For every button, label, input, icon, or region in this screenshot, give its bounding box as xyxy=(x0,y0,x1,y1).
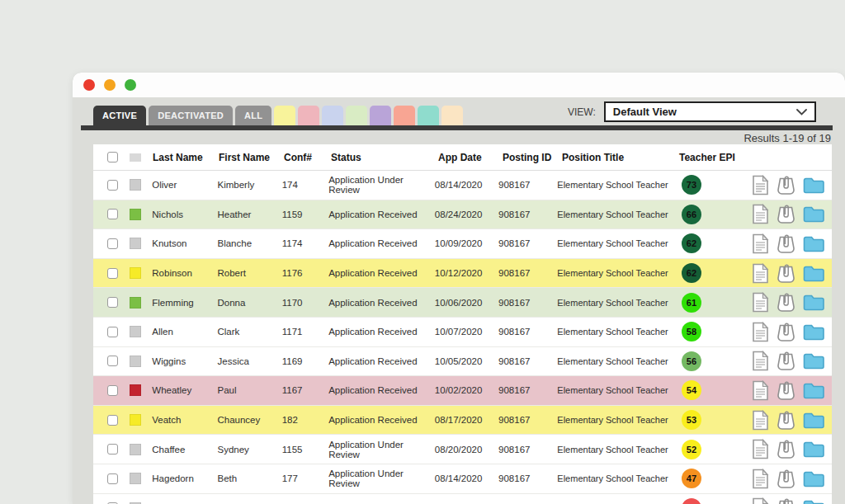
folder-icon[interactable] xyxy=(803,294,825,311)
document-icon[interactable] xyxy=(752,233,769,254)
cell-posting-id: 908167 xyxy=(498,238,557,248)
folder-icon[interactable] xyxy=(803,265,825,282)
header-position-title[interactable]: Position Title xyxy=(562,152,679,163)
row-checkbox[interactable] xyxy=(107,473,118,484)
view-dropdown[interactable]: Default View xyxy=(604,101,816,122)
table-row[interactable]: Chaffee Sydney 1155 Application Under Re… xyxy=(93,435,832,464)
color-swatch xyxy=(130,209,141,220)
color-filter-tab[interactable] xyxy=(346,106,367,125)
table-row[interactable]: Allen Clark 1171 Application Received 10… xyxy=(93,318,832,347)
close-window-button[interactable] xyxy=(83,79,95,91)
color-filter-tab[interactable] xyxy=(298,106,319,125)
document-icon[interactable] xyxy=(752,497,769,504)
table-row[interactable]: Robinson Robert 1176 Application Receive… xyxy=(93,259,832,289)
table-row[interactable]: Flemming Donna 1170 Application Received… xyxy=(93,288,832,318)
document-icon[interactable] xyxy=(752,410,769,431)
document-icon[interactable] xyxy=(752,292,769,313)
row-checkbox[interactable] xyxy=(107,180,118,191)
epi-score-badge: 52 xyxy=(682,440,701,459)
header-app-date[interactable]: App Date xyxy=(438,152,503,163)
header-status[interactable]: Status xyxy=(331,152,438,163)
attachment-icon[interactable] xyxy=(777,380,795,401)
attachment-icon[interactable] xyxy=(777,292,795,313)
table-row[interactable] xyxy=(93,494,832,504)
cell-position-title: Elementary School Teacher xyxy=(557,385,673,395)
document-icon[interactable] xyxy=(752,469,769,489)
table-row[interactable]: Hagedorn Beth 177 Application Under Revi… xyxy=(93,464,832,494)
color-filter-tab[interactable] xyxy=(441,106,463,125)
color-swatch xyxy=(130,384,141,396)
document-icon[interactable] xyxy=(752,263,769,284)
color-column-header xyxy=(130,153,141,162)
attachment-icon[interactable] xyxy=(777,439,795,459)
attachment-icon[interactable] xyxy=(777,351,795,371)
header-posting-id[interactable]: Posting ID xyxy=(503,152,562,163)
document-icon[interactable] xyxy=(752,204,769,224)
color-filter-tab[interactable] xyxy=(274,106,295,125)
row-checkbox[interactable] xyxy=(107,238,118,249)
folder-icon[interactable] xyxy=(803,412,825,429)
folder-icon[interactable] xyxy=(803,323,825,341)
table-row[interactable]: Nichols Heather 1159 Application Receive… xyxy=(93,200,832,230)
attachment-icon[interactable] xyxy=(777,469,795,489)
tabs-underline-bar xyxy=(81,125,833,130)
row-checkbox[interactable] xyxy=(107,385,118,396)
attachment-icon[interactable] xyxy=(777,175,795,195)
attachment-icon[interactable] xyxy=(777,322,795,342)
cell-conf: 1159 xyxy=(282,210,328,219)
table-header-row: Last Name First Name Conf# Status App Da… xyxy=(93,144,832,171)
header-teacher-epi[interactable]: Teacher EPI xyxy=(679,152,758,163)
document-icon[interactable] xyxy=(752,351,769,371)
tab-all[interactable]: ALL xyxy=(235,106,271,125)
epi-score-badge: 53 xyxy=(682,410,701,430)
row-checkbox[interactable] xyxy=(107,327,118,337)
attachment-icon[interactable] xyxy=(777,233,795,254)
attachment-icon[interactable] xyxy=(777,497,795,504)
row-checkbox[interactable] xyxy=(107,444,118,455)
table-row[interactable]: Oliver Kimberly 174 Application Under Re… xyxy=(93,171,832,200)
header-first-name[interactable]: First Name xyxy=(219,152,284,163)
color-filter-tab[interactable] xyxy=(418,106,439,125)
folder-icon[interactable] xyxy=(803,177,825,194)
header-last-name[interactable]: Last Name xyxy=(153,152,219,163)
folder-icon[interactable] xyxy=(803,352,825,370)
folder-icon[interactable] xyxy=(803,499,825,504)
cell-conf: 1171 xyxy=(282,327,328,337)
row-checkbox[interactable] xyxy=(107,356,118,366)
folder-icon[interactable] xyxy=(803,205,825,223)
color-filter-tab[interactable] xyxy=(370,106,391,125)
color-filter-tab[interactable] xyxy=(322,106,343,125)
row-checkbox[interactable] xyxy=(107,268,118,279)
row-checkbox[interactable] xyxy=(107,415,118,426)
filter-tabs: ACTIVE DEACTIVATED ALL xyxy=(93,106,463,125)
color-filter-tab[interactable] xyxy=(394,106,415,125)
folder-icon[interactable] xyxy=(803,235,825,252)
results-count: Results 1-19 of 19 xyxy=(744,132,831,144)
tab-deactivated[interactable]: DEACTIVATED xyxy=(149,106,233,125)
cell-first-name: Robert xyxy=(217,268,281,278)
header-conf[interactable]: Conf# xyxy=(284,152,331,163)
document-icon[interactable] xyxy=(752,322,769,342)
minimize-window-button[interactable] xyxy=(104,79,116,91)
document-icon[interactable] xyxy=(752,439,769,459)
folder-icon[interactable] xyxy=(803,470,825,488)
attachment-icon[interactable] xyxy=(777,263,795,284)
color-swatch xyxy=(130,326,141,337)
table-row[interactable]: Veatch Chauncey 182 Application Received… xyxy=(93,406,832,436)
table-row[interactable]: Wiggins Jessica 1169 Application Receive… xyxy=(93,347,832,377)
color-swatch xyxy=(130,473,141,484)
maximize-window-button[interactable] xyxy=(125,79,136,91)
cell-position-title: Elementary School Teacher xyxy=(557,356,673,366)
folder-icon[interactable] xyxy=(803,440,825,458)
folder-icon[interactable] xyxy=(803,382,825,399)
document-icon[interactable] xyxy=(752,175,769,195)
tab-active[interactable]: ACTIVE xyxy=(93,106,146,125)
select-all-checkbox[interactable] xyxy=(107,152,118,163)
row-checkbox[interactable] xyxy=(107,297,118,308)
attachment-icon[interactable] xyxy=(777,410,795,431)
row-checkbox[interactable] xyxy=(107,209,118,219)
document-icon[interactable] xyxy=(752,380,769,401)
table-row[interactable]: Knutson Blanche 1174 Application Receive… xyxy=(93,229,832,259)
attachment-icon[interactable] xyxy=(777,204,795,224)
table-row[interactable]: Wheatley Paul 1167 Application Received … xyxy=(93,376,832,406)
